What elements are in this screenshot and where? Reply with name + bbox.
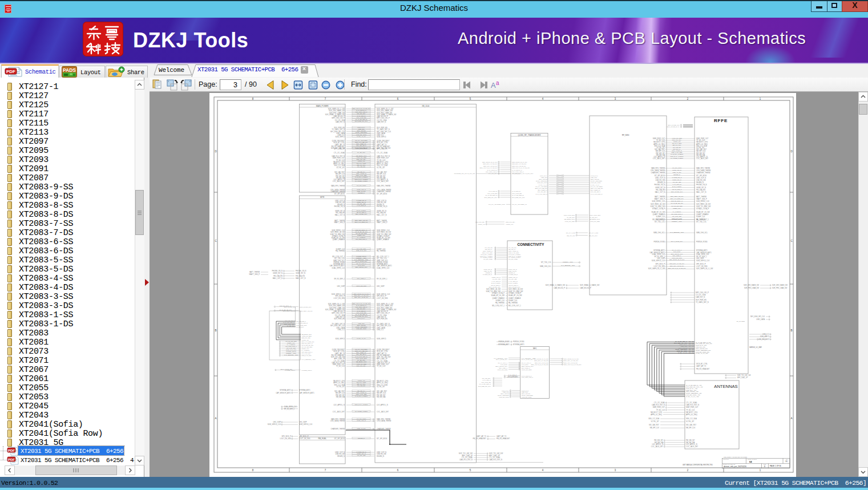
svg-text:SDR_PRX_LNAB_SW: SDR_PRX_LNAB_SW [772, 287, 788, 289]
svg-text:WT_SPI_MOSI: WT_SPI_MOSI [334, 193, 345, 195]
svg-text:Rx_TxAdmin: Rx_TxAdmin [737, 321, 745, 322]
svg-text:WT_TXD_COL: WT_TXD_COL [541, 261, 552, 264]
svg-text:SW_CAV_RST: SW_CAV_RST [566, 232, 576, 234]
svg-text:PMW8055_SW_WLAN_SW_CLK: PMW8055_SW_WLAN_SW_CLK [512, 173, 534, 175]
svg-text:SDR_WMAC_D_WAKE_SW: SDR_WMAC_D_WAKE_SW [668, 268, 686, 269]
svg-text:PA_THERM0: PA_THERM0 [377, 250, 386, 252]
svg-text:B1: B1 [786, 460, 788, 463]
svg-text:WLF_PWR_EN: WLF_PWR_EN [508, 376, 518, 378]
svg-text:BPF_CSB2_1P: BPF_CSB2_1P [489, 455, 500, 457]
svg-text:SDM_TX1_BND_SW: SDM_TX1_BND_SW [651, 205, 665, 208]
svg-text:STRAZ1_OUTA_P: STRAZ1_OUTA_P [508, 292, 522, 294]
svg-text:REGEN_N: REGEN_N [337, 455, 345, 457]
svg-text:MD_CON_OUT_1: MD_CON_OUT_1 [671, 213, 683, 215]
svg-text:WAN_RFX_THERM: WAN_RFX_THERM [696, 167, 710, 169]
svg-text:QUANT_ENABLE: QUANT_ENABLE [652, 213, 665, 216]
svg-text:RF_9X_WIFI_1: RF_9X_WIFI_1 [696, 256, 707, 258]
svg-text:SDR_DRX_WAKE_SW: SDR_DRX_WAKE_SW [772, 284, 788, 286]
svg-text:PA_THERM0: PA_THERM0 [673, 211, 681, 213]
svg-text:WCN_BT_CTRL: WCN_BT_CTRL [522, 396, 532, 398]
svg-text:REGEN_N: REGEN_N [696, 181, 704, 184]
svg-text:NFC_ESE_SPI_CLK: NFC_ESE_SPI_CLK [355, 120, 368, 122]
svg-text:WMF_PWR_OUT: WMF_PWR_OUT [564, 214, 575, 216]
svg-text:WT_SPI_MOSI: WT_SPI_MOSI [377, 438, 387, 440]
svg-text:SDR_DRX_WAKE_SW: SDR_DRX_WAKE_SW [744, 284, 760, 286]
svg-text:SMB_CHG_SCL: SMB_CHG_SCL [356, 250, 367, 252]
svg-text:HALL_OUT_N: HALL_OUT_N [357, 205, 366, 206]
svg-text:BPF_CSB2_1P: BPF_CSB2_1P [737, 376, 748, 379]
svg-text:HALL_OUT_N: HALL_OUT_N [655, 191, 665, 193]
svg-text:STRAZ1_OUTA_P: STRAZ1_OUTA_P [492, 292, 505, 294]
svg-text:CAM_RST_N: CAM_RST_N [696, 296, 705, 298]
svg-text:SDR_DRX_WAKE_SW: SDR_DRX_WAKE_SW [669, 263, 684, 265]
svg-text:VBATT_SNS_P: VBATT_SNS_P [654, 198, 665, 200]
svg-text:A: A [491, 81, 496, 90]
svg-text:QUANT_ENABLE: QUANT_ENABLE [696, 213, 709, 216]
svg-text:PHONE_ON_N: PHONE_ON_N [672, 177, 682, 179]
svg-text:CRG_DATA_THERM: CRG_DATA_THERM [355, 404, 368, 406]
svg-text:CTL_I2C_SDA0: CTL_I2C_SDA0 [489, 456, 500, 459]
svg-text:UIM1_DATA: UIM1_DATA [357, 318, 365, 319]
svg-text:SDR_WMAC_D_WAKE_SW: SDR_WMAC_D_WAKE_SW [564, 364, 582, 366]
svg-text:DUAL_RFFE_CLK: DUAL_RFFE_CLK [281, 368, 293, 370]
svg-text:MTENNA_ANT1: MTENNA_ANT1 [653, 249, 665, 252]
svg-text:PM_RX_HEADSET_WCT: PM_RX_HEADSET_WCT [488, 204, 505, 205]
svg-text:CTL_I2C_SDA0: CTL_I2C_SDA0 [462, 456, 473, 459]
svg-text:SPK_MOD_P: SPK_MOD_P [656, 263, 665, 265]
svg-text:SMB_CHG_SCL: SMB_CHG_SCL [696, 232, 708, 234]
svg-text:LOUT_DN_SNS: LOUT_DN_SNS [653, 265, 665, 268]
svg-text:RB_WE_WA: RB_WE_WA [655, 442, 663, 444]
svg-text:MD_CON_OUT_1: MD_CON_OUT_1 [356, 238, 367, 240]
svg-text:NFC_ESE_SPI_CLK: NFC_ESE_SPI_CLK [750, 315, 765, 318]
svg-text:A: A [790, 417, 792, 420]
svg-text:RF_9X_WIFI_1: RF_9X_WIFI_1 [377, 278, 387, 280]
svg-text:UHC_SWP: UHC_SWP [337, 285, 345, 287]
svg-text:WMF_PWR_OUT: WMF_PWR_OUT [590, 214, 601, 216]
svg-text:STRAZ1_OUTA_P: STRAZ1_OUTA_P [696, 208, 709, 210]
svg-text:RB_WE_WA: RB_WE_WA [336, 396, 345, 398]
svg-text:SMB_CHG_SCL: SMB_CHG_SCL [540, 265, 552, 268]
svg-text:SDM_RFFE1_CLK: SDM_RFFE1_CLK [356, 213, 368, 215]
svg-text:WLAN_BT_2G_SW: WLAN_BT_2G_SW [651, 211, 665, 213]
svg-text:SDR_WMAC_D_WAKE_SW: SDR_WMAC_D_WAKE_SW [580, 284, 600, 286]
svg-text:WMF_PWR_OUT: WMF_PWR_OUT [686, 406, 699, 408]
svg-text:CTL_I2C_SDA0: CTL_I2C_SDA0 [334, 152, 345, 154]
svg-text:COC_JACK_DET: COC_JACK_DET [696, 157, 709, 160]
svg-text:NB_WP_CLK: NB_WP_CLK [567, 235, 575, 237]
svg-text:NB_BOOT_CFG: NB_BOOT_CFG [590, 218, 600, 220]
svg-text:APPS_UC_REQ: APPS_UC_REQ [686, 414, 697, 416]
svg-text:SCHEMATIC FILENAME: SCHEMATIC FILENAME [723, 464, 736, 465]
svg-text:MTENNA_ANT1: MTENNA_ANT1 [696, 249, 708, 252]
svg-text:SDM_RFFE1_CLK: SDM_RFFE1_CLK [652, 200, 665, 203]
svg-text:GSNR_INT_N: GSNR_INT_N [672, 179, 681, 181]
svg-text:REGEN_N: REGEN_N [358, 438, 365, 439]
svg-text:CAP_SENSOR_ANT1: CAP_SENSOR_ANT1 [276, 392, 291, 394]
svg-text:VCTRL_WT: VCTRL_WT [377, 167, 385, 169]
svg-text:Mod Levels: Mod Levels [723, 459, 729, 460]
svg-text:64: 64 [749, 460, 752, 463]
svg-text:HALL_OUT_N: HALL_OUT_N [296, 277, 305, 280]
svg-text:UHC_SWP: UHC_SWP [657, 257, 665, 260]
svg-text:MTENNA_ANT1: MTENNA_ANT1 [299, 389, 310, 391]
svg-text:SDM_GRFC6_CLK: SDM_GRFC6_CLK [355, 266, 368, 268]
svg-text:HALL_OUT_N: HALL_OUT_N [377, 214, 386, 216]
svg-text:SLEEP_CLK: SLEEP_CLK [673, 208, 681, 209]
svg-text:DUAL_RFFE_CLK: DUAL_RFFE_CLK [332, 267, 345, 269]
svg-text:CAM_FLG_RST_N: CAM_FLG_RST_N [536, 193, 548, 195]
svg-text:TF_SD_CLK: TF_SD_CLK [656, 409, 665, 411]
svg-text:DUAL_RFFE_CLK: DUAL_RFFE_CLK [284, 406, 297, 408]
svg-text:PHONE_ON_N: PHONE_ON_N [334, 205, 345, 208]
svg-text:SMRDE_UC_KBF: SMRDE_UC_KBF [749, 346, 762, 349]
svg-text:WCN_BT_CTRL: WCN_BT_CTRL [499, 396, 509, 398]
svg-text:WT_TXD_COL: WT_TXD_COL [672, 216, 682, 217]
svg-text:UIM2_VCP_N: UIM2_VCP_N [696, 177, 706, 179]
svg-text:WT_TXD_COL: WT_TXD_COL [655, 221, 665, 223]
svg-text:SDM_GRFC5: SDM_GRFC5 [335, 338, 345, 340]
svg-text:WMF_PWR_OUT: WMF_PWR_OUT [356, 148, 367, 149]
svg-text:GSNR_INT_N: GSNR_INT_N [273, 272, 282, 274]
svg-text:MTENNA_ANT1: MTENNA_ANT1 [280, 389, 291, 391]
svg-text:RF_8080: RF_8080 [622, 134, 629, 136]
svg-text:A: A [215, 417, 216, 420]
svg-text:WT_SPI_MOSI: WT_SPI_MOSI [696, 175, 707, 177]
svg-text:SDM_GRFC5: SDM_GRFC5 [377, 136, 386, 138]
